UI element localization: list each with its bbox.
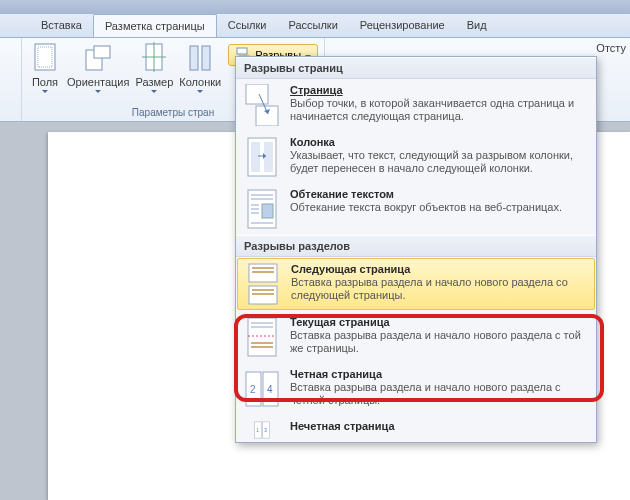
chevron-down-icon <box>42 90 48 93</box>
svg-text:2: 2 <box>250 384 256 395</box>
svg-rect-24 <box>251 212 259 214</box>
svg-rect-20 <box>251 198 273 200</box>
orientation-icon <box>82 42 114 74</box>
odd-page-icon: 13 <box>244 420 280 440</box>
break-continuous[interactable]: Текущая страницаВставка разрыва раздела … <box>236 311 596 363</box>
tab-page-layout[interactable]: Разметка страницы <box>93 14 217 37</box>
svg-rect-27 <box>252 267 274 269</box>
item-title: Обтекание текстом <box>290 188 588 200</box>
break-column[interactable]: КолонкаУказывает, что текст, следующий з… <box>236 131 596 183</box>
margins-label: Поля <box>32 76 58 88</box>
svg-rect-25 <box>251 222 273 224</box>
svg-text:4: 4 <box>267 384 273 395</box>
svg-rect-9 <box>237 48 247 54</box>
page-break-icon <box>244 84 280 126</box>
svg-rect-33 <box>251 322 273 324</box>
item-title: Текущая страница <box>290 316 588 328</box>
tab-insert[interactable]: Вставка <box>30 14 93 37</box>
svg-rect-8 <box>202 46 210 70</box>
size-icon <box>138 42 170 74</box>
chevron-down-icon <box>151 90 157 93</box>
even-page-icon: 24 <box>244 368 280 410</box>
column-break-icon <box>244 136 280 178</box>
svg-rect-23 <box>251 208 259 210</box>
break-next-page[interactable]: Следующая страницаВставка разрыва раздел… <box>237 258 595 310</box>
columns-icon <box>184 42 216 74</box>
breaks-dropdown: Разрывы страниц СтраницаВыбор точки, в к… <box>235 56 597 443</box>
item-desc: Обтекание текста вокруг объектов на веб-… <box>290 201 588 214</box>
item-desc: Выбор точки, в которой заканчивается одн… <box>290 97 588 123</box>
svg-rect-36 <box>251 342 273 344</box>
svg-rect-19 <box>251 194 273 196</box>
svg-rect-3 <box>94 46 110 58</box>
ribbon-tabs: Вставка Разметка страницы Ссылки Рассылк… <box>0 14 630 38</box>
columns-label: Колонки <box>179 76 221 88</box>
tab-review[interactable]: Рецензирование <box>349 14 456 37</box>
indent-label: Отсту <box>596 42 626 54</box>
svg-rect-37 <box>251 346 273 348</box>
tab-view[interactable]: Вид <box>456 14 498 37</box>
break-even-page[interactable]: 24 Четная страницаВставка разрыва раздел… <box>236 363 596 415</box>
svg-text:1: 1 <box>256 428 259 433</box>
size-label: Размер <box>135 76 173 88</box>
tab-mailings[interactable]: Рассылки <box>277 14 348 37</box>
svg-rect-12 <box>256 106 278 126</box>
margins-icon <box>29 42 61 74</box>
item-desc: Вставка разрыва раздела и начало нового … <box>291 276 587 302</box>
tab-references[interactable]: Ссылки <box>217 14 278 37</box>
orientation-button[interactable]: Ориентация <box>64 40 132 95</box>
item-title: Колонка <box>290 136 588 148</box>
item-title: Четная страница <box>290 368 588 380</box>
item-desc: Указывает, что текст, следующий за разры… <box>290 149 588 175</box>
next-page-icon <box>245 263 281 305</box>
margins-button[interactable]: Поля <box>26 40 64 95</box>
svg-rect-22 <box>251 204 259 206</box>
svg-rect-28 <box>252 271 274 273</box>
item-title: Следующая страница <box>291 263 587 275</box>
chevron-down-icon <box>197 90 203 93</box>
columns-button[interactable]: Колонки <box>176 40 224 95</box>
svg-rect-11 <box>246 84 268 104</box>
svg-rect-30 <box>252 289 274 291</box>
break-page[interactable]: СтраницаВыбор точки, в которой заканчива… <box>236 79 596 131</box>
svg-rect-15 <box>251 142 260 172</box>
svg-rect-34 <box>251 326 273 328</box>
size-button[interactable]: Размер <box>132 40 176 95</box>
orientation-label: Ориентация <box>67 76 129 88</box>
continuous-icon <box>244 316 280 358</box>
dropdown-header-page-breaks: Разрывы страниц <box>236 57 596 79</box>
titlebar <box>0 0 630 14</box>
group-page-setup-label: Параметры стран <box>132 106 214 119</box>
break-text-wrapping[interactable]: Обтекание текстомОбтекание текста вокруг… <box>236 183 596 235</box>
group-themes <box>0 38 22 121</box>
chevron-down-icon <box>95 90 101 93</box>
break-odd-page[interactable]: 13 Нечетная страница <box>236 415 596 442</box>
svg-rect-7 <box>190 46 198 70</box>
item-desc: Вставка разрыва раздела и начало нового … <box>290 381 588 407</box>
svg-rect-21 <box>262 204 273 218</box>
item-title: Страница <box>290 84 588 96</box>
dropdown-header-section-breaks: Разрывы разделов <box>236 235 596 257</box>
item-title: Нечетная страница <box>290 420 588 432</box>
text-wrap-icon <box>244 188 280 230</box>
item-desc: Вставка разрыва раздела и начало нового … <box>290 329 588 355</box>
svg-rect-31 <box>252 293 274 295</box>
svg-text:3: 3 <box>264 428 267 433</box>
svg-rect-16 <box>264 142 273 172</box>
